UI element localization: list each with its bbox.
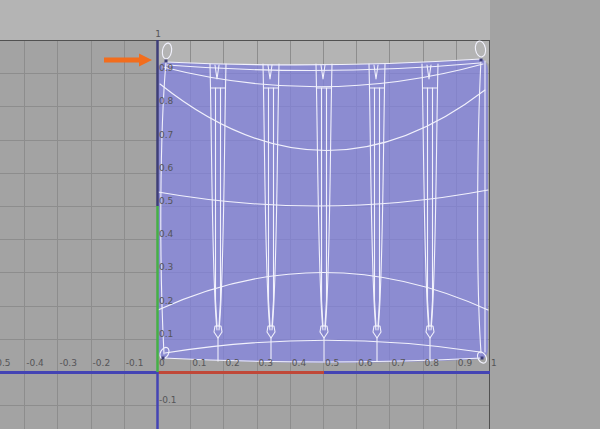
u-axis-label: -0.4 [26, 358, 44, 368]
uv-corner-vertex[interactable] [480, 59, 483, 62]
u-axis-label: 0.5 [325, 358, 339, 368]
u-axis-label: 0 [159, 358, 165, 368]
u-axis-label: 1 [491, 358, 497, 368]
u-axis-label: 0.4 [292, 358, 307, 368]
v-axis-label: 0.3 [159, 262, 173, 272]
above-v1-region [0, 0, 490, 40]
uv-corner-vertex[interactable] [165, 60, 168, 63]
v-axis-label: 0.7 [159, 130, 173, 140]
v-axis-label: 0.1 [159, 329, 173, 339]
v-axis-label: -0.1 [159, 395, 177, 405]
uv-editor-scene: -0.5-0.4-0.3-0.2-0.100.10.20.30.40.50.60… [0, 0, 600, 429]
v-axis-label: 0.5 [159, 196, 173, 206]
v-axis-label: 0.2 [159, 296, 173, 306]
u-axis-label: 0.8 [425, 358, 440, 368]
v-axis-label: 0.8 [159, 96, 174, 106]
u-axis-label: 0.7 [391, 358, 405, 368]
u-axis-label: -0.2 [93, 358, 111, 368]
u-axis-label: -0.5 [0, 358, 11, 368]
u-axis-label: -0.3 [59, 358, 77, 368]
uv-corner-vertex[interactable] [481, 357, 484, 360]
u-axis-label: 0.3 [259, 358, 273, 368]
v-axis-label: 0.6 [159, 163, 174, 173]
u-axis-label: 0.1 [192, 358, 206, 368]
u-axis-label: 0.9 [458, 358, 473, 368]
u-axis-label: 0.2 [225, 358, 239, 368]
uv-editor-viewport[interactable]: -0.5-0.4-0.3-0.2-0.100.10.20.30.40.50.60… [0, 0, 600, 429]
u-axis-label: -0.1 [126, 358, 144, 368]
v-axis-label: 0.4 [159, 229, 174, 239]
u-axis-label: 0.6 [358, 358, 373, 368]
v-axis-label: 1 [155, 29, 161, 39]
v-axis-label: 0.9 [159, 63, 174, 73]
